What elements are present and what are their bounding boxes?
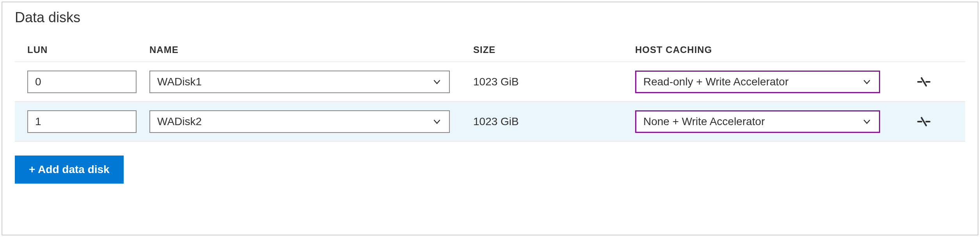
- chevron-down-icon: [432, 77, 442, 87]
- chevron-down-icon: [862, 117, 872, 127]
- header-size: SIZE: [473, 44, 495, 55]
- host-caching-value: None + Write Accelerator: [643, 115, 765, 128]
- name-select[interactable]: WADisk2: [149, 110, 450, 133]
- add-data-disk-button[interactable]: + Add data disk: [15, 156, 124, 184]
- lun-input[interactable]: [27, 110, 137, 133]
- host-caching-value: Read-only + Write Accelerator: [643, 76, 788, 88]
- data-disks-table: LUN NAME SIZE HOST CACHING WADisk1 1023 …: [2, 35, 978, 141]
- data-disks-panel: Data disks LUN NAME SIZE HOST CACHING WA…: [2, 2, 978, 235]
- header-lun: LUN: [27, 44, 48, 55]
- table-header-row: LUN NAME SIZE HOST CACHING: [15, 35, 965, 62]
- host-caching-select[interactable]: None + Write Accelerator: [635, 110, 880, 133]
- size-value: 1023 GiB: [473, 115, 519, 127]
- table-row: WADisk1 1023 GiB Read-only + Write Accel…: [15, 62, 965, 102]
- size-value: 1023 GiB: [473, 76, 519, 88]
- name-select-value: WADisk2: [157, 115, 202, 128]
- host-caching-select[interactable]: Read-only + Write Accelerator: [635, 71, 880, 93]
- chevron-down-icon: [862, 77, 872, 87]
- write-accelerator-icon[interactable]: [914, 112, 934, 131]
- lun-input[interactable]: [27, 71, 137, 93]
- header-name: NAME: [149, 44, 179, 55]
- name-select-value: WADisk1: [157, 76, 202, 88]
- chevron-down-icon: [432, 117, 442, 127]
- name-select[interactable]: WADisk1: [149, 71, 450, 93]
- section-title: Data disks: [2, 2, 978, 35]
- header-caching: HOST CACHING: [635, 44, 712, 55]
- write-accelerator-icon[interactable]: [914, 72, 934, 92]
- table-row: WADisk2 1023 GiB None + Write Accelerato…: [15, 102, 965, 141]
